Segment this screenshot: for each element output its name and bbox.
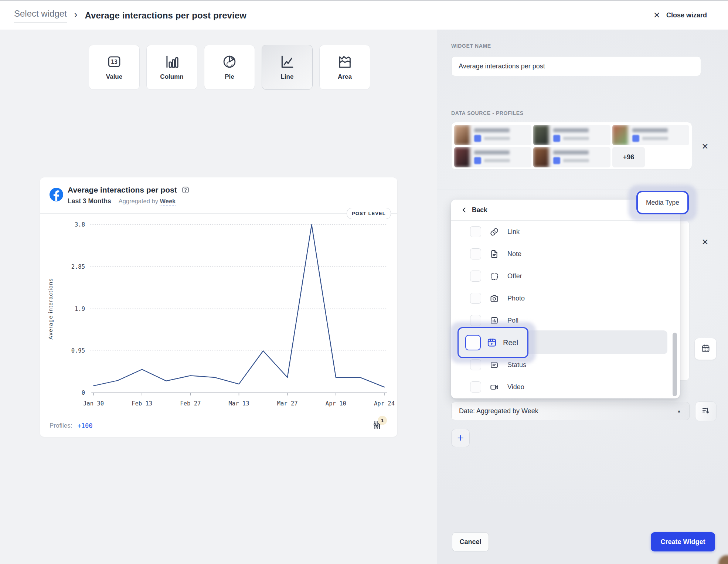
offer-icon	[489, 271, 499, 281]
blurred-profile-name	[474, 128, 510, 132]
svg-text:Mar 13: Mar 13	[229, 400, 249, 407]
profiles-more-chip[interactable]: +96	[612, 147, 645, 167]
blurred-profile-meta	[642, 137, 668, 140]
section-divider	[437, 104, 728, 104]
svg-text:Jan 30: Jan 30	[83, 400, 104, 407]
pie-chart-icon	[222, 54, 237, 69]
chart-type-line[interactable]: Line	[262, 45, 313, 90]
reel-checkbox[interactable]	[465, 335, 481, 350]
close-icon: ✕	[701, 142, 708, 151]
widget-name-label: WIDGET NAME	[451, 43, 491, 49]
checkbox[interactable]	[470, 271, 481, 282]
sort-descending-icon	[701, 406, 711, 417]
media-type-list: LinkNoteOfferPhotoPollReelStatusVideo	[451, 221, 680, 398]
close-icon: ✕	[701, 238, 708, 247]
profile-chip[interactable]	[454, 125, 531, 145]
preview-pane: 13ValueColumnPieLineArea Average interac…	[0, 30, 437, 564]
aggregated-by-value[interactable]: Week	[160, 198, 176, 206]
avatar	[454, 147, 470, 167]
svg-text:0: 0	[82, 390, 85, 396]
close-icon: ✕	[653, 11, 660, 20]
svg-text:13: 13	[111, 59, 118, 65]
scrollbar-thumb[interactable]	[673, 333, 677, 396]
remove-profiles-source-button[interactable]: ✕	[700, 141, 711, 152]
date-aggregation-dropdown[interactable]: Date: Aggregated by Week ▲	[451, 402, 690, 420]
card-footer: Profiles: +100 1	[40, 414, 397, 437]
svg-text:Feb 13: Feb 13	[132, 400, 152, 407]
reel-option-spotlight[interactable]: Reel	[457, 327, 528, 358]
media-type-label: Media Type	[646, 199, 679, 207]
reel-option-label: Reel	[503, 339, 518, 347]
calendar-icon	[701, 343, 711, 355]
value-13-icon: 13	[106, 54, 122, 69]
blurred-profile-meta	[484, 159, 510, 162]
chart-type-column[interactable]: Column	[146, 45, 197, 90]
checkbox[interactable]	[470, 226, 481, 237]
avatar	[533, 147, 549, 167]
caret-up-icon: ▲	[677, 409, 681, 413]
area-chart-icon	[337, 54, 353, 69]
svg-text:1.9: 1.9	[75, 306, 85, 312]
help-icon[interactable]	[181, 186, 190, 194]
svg-text:2.85: 2.85	[71, 264, 85, 270]
facebook-badge-icon	[553, 135, 560, 142]
add-filter-button[interactable]: +	[451, 429, 470, 447]
facebook-badge-icon	[632, 135, 639, 142]
close-wizard-button[interactable]: ✕ Close wizard	[653, 1, 707, 30]
calendar-button[interactable]	[694, 338, 717, 360]
profile-chip[interactable]	[612, 125, 689, 145]
chart-type-value[interactable]: 13Value	[89, 45, 140, 90]
chart-type-label: Value	[106, 73, 122, 81]
profiles-count-link[interactable]: +100	[77, 422, 92, 429]
media-type-option-link[interactable]: Link	[451, 221, 680, 243]
breadcrumb-select-widget[interactable]: Select widget	[14, 9, 67, 23]
filter-count-badge: 1	[378, 416, 387, 425]
media-type-option-label: Note	[507, 250, 521, 258]
media-type-spotlight[interactable]: Media Type	[636, 191, 689, 214]
widget-preview-card: Average interactions per post Last 3 Mon…	[40, 177, 397, 437]
media-type-option-photo[interactable]: Photo	[451, 287, 680, 309]
blurred-profile-name	[553, 128, 589, 132]
profiles-source-card[interactable]: +96	[451, 122, 692, 170]
plus-icon: +	[457, 432, 464, 444]
media-type-option-note[interactable]: Note	[451, 243, 680, 265]
media-type-option-offer[interactable]: Offer	[451, 265, 680, 287]
svg-text:Apr 24: Apr 24	[374, 400, 395, 407]
page-title: Average interactions per post preview	[85, 10, 246, 21]
sliders-icon	[371, 425, 382, 432]
sort-button[interactable]	[695, 401, 717, 421]
chart-filters-button[interactable]: 1	[371, 419, 382, 431]
cancel-button[interactable]: Cancel	[452, 532, 489, 551]
reel-icon	[486, 337, 497, 348]
blurred-profile-meta	[484, 137, 510, 140]
chart-type-area[interactable]: Area	[319, 45, 370, 90]
profile-info	[628, 125, 689, 145]
wizard-header: Select widget › Average interactions per…	[0, 1, 728, 30]
checkbox[interactable]	[470, 293, 481, 304]
profiles-label: Profiles:	[50, 422, 72, 429]
remove-metric-button[interactable]: ✕	[700, 237, 711, 248]
chart-period: Last 3 Months	[68, 197, 111, 205]
chart-type-label: Column	[160, 73, 183, 81]
video-camera-icon	[489, 382, 499, 392]
media-type-option-label: Video	[507, 383, 524, 391]
svg-text:3.8: 3.8	[75, 221, 85, 228]
facebook-icon	[50, 188, 63, 201]
chart-type-pie[interactable]: Pie	[204, 45, 255, 90]
chart-type-label: Pie	[225, 73, 234, 81]
back-label: Back	[472, 206, 487, 214]
profile-chip[interactable]	[533, 147, 610, 167]
chevron-right-icon: ›	[74, 10, 78, 19]
create-widget-button[interactable]: Create Widget	[651, 532, 715, 551]
checkbox[interactable]	[470, 381, 481, 393]
checkbox[interactable]	[470, 248, 481, 259]
card-divider	[40, 213, 397, 214]
blurred-profile-name	[474, 150, 510, 154]
widget-name-input[interactable]	[451, 56, 701, 76]
date-aggregation-label: Date: Aggregated by Week	[459, 407, 538, 415]
metric-card-edge	[680, 220, 690, 381]
media-type-option-video[interactable]: Video	[451, 376, 680, 398]
profile-chip[interactable]	[533, 125, 610, 145]
avatar	[533, 125, 549, 145]
profile-chip[interactable]	[454, 147, 531, 167]
